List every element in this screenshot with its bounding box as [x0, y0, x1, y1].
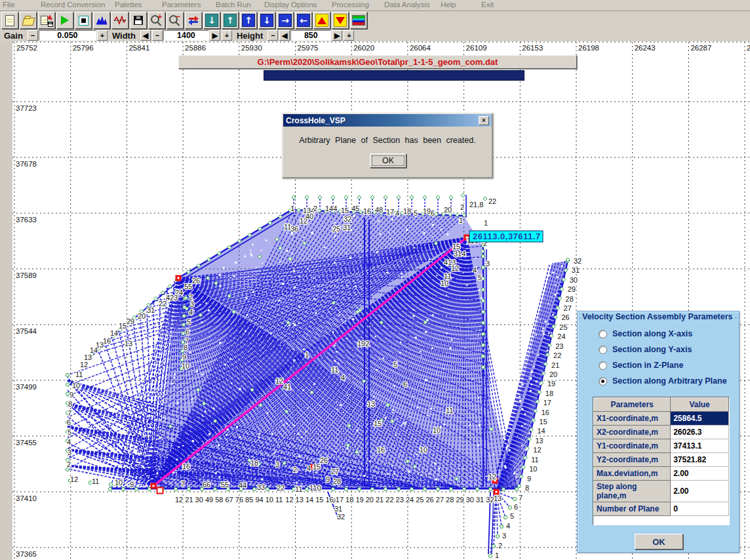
save-as-button[interactable]	[38, 12, 55, 29]
svg-text:21: 21	[185, 496, 193, 504]
move-down-button[interactable]: ↓	[258, 12, 275, 29]
radio-section-y-axis[interactable]: Section along Y-axis	[599, 344, 692, 355]
zoom-out-button[interactable]: −	[167, 12, 184, 29]
svg-text:31: 31	[334, 505, 342, 513]
gain-minus-button[interactable]: −	[28, 30, 38, 41]
height-right-button[interactable]: ▶	[332, 30, 342, 41]
parameters-table: Parameters Value X1-coordinate,m 25864.5…	[593, 397, 730, 525]
panel-title: Velocity Section Assembly Parameters	[580, 312, 735, 321]
svg-text:15: 15	[119, 322, 127, 330]
height-field[interactable]: 850	[290, 30, 331, 41]
svg-text:7: 7	[68, 409, 71, 417]
gain-plus-button[interactable]: +	[97, 30, 108, 41]
svg-text:6: 6	[67, 418, 71, 426]
histogram-icon	[96, 16, 108, 25]
height-minus-button[interactable]: −	[267, 30, 278, 41]
dialog-ok-button[interactable]: OK	[370, 153, 406, 168]
right-arrow-icon: →	[279, 14, 292, 27]
table-row: X2-coordinate,m 26026.3	[594, 426, 729, 439]
radio-section-z-plane[interactable]: Section in Z-Plane	[599, 360, 683, 370]
palette-button[interactable]	[350, 12, 367, 29]
waveform-button[interactable]	[111, 12, 128, 29]
shift-down-button[interactable]: ↓	[203, 12, 220, 29]
menu-palettes[interactable]: Palettes	[115, 1, 142, 9]
svg-text:25930: 25930	[241, 44, 262, 52]
dialog-title-bar[interactable]: CrossHole_VSP ×	[283, 114, 492, 127]
svg-text:2: 2	[498, 542, 502, 550]
menu-help[interactable]: Help	[441, 1, 456, 9]
table-header-row: Parameters Value	[594, 398, 729, 412]
svg-text:32: 32	[337, 513, 345, 521]
svg-text:26: 26	[561, 313, 569, 321]
menu-file[interactable]: File	[3, 1, 15, 9]
y1-coordinate-field[interactable]: 37413.1	[671, 439, 729, 453]
height-plus-button[interactable]: +	[344, 30, 354, 41]
step-along-plane-field[interactable]: 2.00	[671, 481, 729, 502]
histogram-button[interactable]	[93, 12, 110, 29]
width-plus-button[interactable]: +	[222, 30, 232, 41]
radio-icon	[599, 330, 607, 338]
save-button[interactable]	[130, 12, 147, 29]
width-right-button[interactable]: ▶	[210, 30, 220, 41]
svg-text:25: 25	[416, 496, 424, 504]
zoom-in-button[interactable]: +	[148, 12, 165, 29]
svg-text:9: 9	[182, 353, 186, 361]
svg-text:28: 28	[566, 295, 574, 303]
number-of-plane-field[interactable]: 0	[671, 502, 729, 516]
menu-exit[interactable]: Exit	[481, 1, 494, 9]
swap-button[interactable]	[185, 12, 202, 29]
max-deviation-field[interactable]: 2.00	[671, 467, 729, 481]
svg-text:26113.0,37611.7: 26113.0,37611.7	[473, 231, 541, 241]
gain-field[interactable]: 0.050	[39, 30, 96, 41]
panel-ok-button[interactable]: OK	[635, 534, 683, 550]
run-button[interactable]	[56, 12, 73, 29]
stop-button[interactable]	[75, 12, 92, 29]
height-left-button[interactable]: ◀	[279, 30, 290, 41]
svg-text:17: 17	[336, 496, 344, 504]
move-right-button[interactable]: →	[277, 12, 294, 29]
y2-coordinate-field[interactable]: 37521.82	[671, 453, 729, 467]
svg-text:30: 30	[195, 496, 203, 504]
width-minus-button[interactable]: −	[152, 30, 163, 41]
x2-coordinate-field[interactable]: 26026.3	[671, 426, 729, 439]
svg-text:26: 26	[192, 277, 200, 285]
svg-text:12: 12	[70, 475, 78, 483]
radio-section-x-axis[interactable]: Section along X-axis	[599, 329, 692, 339]
svg-text:6: 6	[403, 380, 407, 388]
amplitude-down-button[interactable]	[332, 12, 349, 29]
svg-text:11: 11	[75, 370, 83, 378]
svg-text:26153: 26153	[522, 44, 543, 52]
svg-text:8: 8	[525, 484, 529, 492]
menu-bar: File Record Conversion Palettes Paramete…	[0, 0, 750, 11]
down-arrow-icon: ↓	[260, 14, 273, 27]
svg-text:16: 16	[103, 337, 111, 345]
svg-text:1: 1	[290, 205, 294, 212]
amplitude-up-button[interactable]	[313, 12, 330, 29]
menu-batch-run[interactable]: Batch Run	[216, 1, 251, 9]
svg-text:18: 18	[545, 390, 553, 397]
width-left-button[interactable]: ◀	[140, 30, 151, 41]
svg-text:3: 3	[502, 532, 506, 540]
move-left-button[interactable]: ←	[295, 12, 312, 29]
menu-parameters[interactable]: Parameters	[162, 1, 201, 9]
menu-record-conversion[interactable]: Record Conversion	[41, 1, 105, 9]
close-icon[interactable]: ×	[479, 116, 489, 125]
svg-text:110: 110	[309, 484, 321, 492]
svg-text:1: 1	[495, 551, 499, 559]
svg-text:20: 20	[444, 206, 452, 214]
svg-text:32: 32	[344, 215, 351, 223]
svg-text:13: 13	[535, 437, 543, 445]
move-up-button[interactable]: ↑	[240, 12, 257, 29]
svg-text:16: 16	[363, 207, 371, 215]
swap-arrows-icon	[188, 15, 199, 26]
menu-processing[interactable]: Processing	[332, 1, 369, 9]
new-file-button[interactable]	[1, 12, 18, 29]
menu-display-options[interactable]: Display Options	[264, 1, 317, 9]
open-folder-icon	[22, 18, 35, 26]
open-file-button[interactable]	[20, 12, 37, 29]
shift-up-button[interactable]: ↑	[222, 12, 239, 29]
radio-section-arbitrary-plane[interactable]: Section along Arbitrary Plane	[599, 376, 727, 386]
x1-coordinate-field[interactable]: 25864.5	[671, 412, 729, 426]
width-field[interactable]: 1400	[163, 30, 209, 41]
menu-data-analysis[interactable]: Data Analysis	[384, 1, 430, 9]
